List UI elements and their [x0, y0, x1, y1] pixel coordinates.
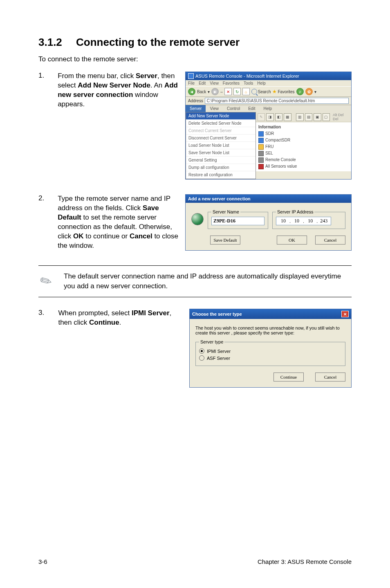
- note-icon: ✎: [34, 269, 57, 294]
- tree-sdr[interactable]: SDR: [265, 130, 274, 137]
- menu-save-server-node-list[interactable]: Save Server Node List: [186, 149, 256, 157]
- app-menu-view[interactable]: View: [206, 105, 223, 112]
- server-name-fieldset: Server Name: [208, 209, 268, 229]
- ip-octet-3[interactable]: [304, 218, 316, 224]
- ie-menubar: FileEditViewFavoritesToolsHelp: [186, 80, 351, 86]
- tree-title: Information: [258, 124, 281, 130]
- radio-asf-label: ASF Server: [207, 356, 230, 361]
- ip-octet-2[interactable]: [291, 218, 303, 224]
- menu-delete-selected-server-node[interactable]: Delete Selected Server Node: [186, 120, 256, 127]
- radio-off-icon: [199, 355, 204, 361]
- app-menu-control[interactable]: Control: [223, 105, 244, 112]
- tree-sel[interactable]: SEL: [265, 150, 273, 157]
- cancel-button[interactable]: Cancel: [315, 373, 345, 382]
- back-label: Back: [197, 90, 206, 94]
- cancel-button[interactable]: Cancel: [315, 236, 345, 245]
- forward-button[interactable]: ►: [211, 88, 219, 95]
- ok-button[interactable]: OK: [277, 236, 307, 245]
- server-menu-dropdown: Add New Server Node Delete Selected Serv…: [186, 112, 256, 179]
- address-label: Address: [188, 99, 203, 103]
- choose-dialog-titlebar: Choose the server type ✕: [190, 309, 351, 319]
- app-toolbar: ✎ ◨ ◧ ▦ ▥ ▤ ▣ ▢ Alt Del Del: [256, 112, 351, 122]
- address-field[interactable]: C:\Program Files\ASUS\ASUS Remote Consol…: [205, 98, 349, 104]
- sel-icon: [258, 151, 264, 156]
- tree-all-sensors[interactable]: All Sensors value: [265, 163, 297, 170]
- ie-toolbar: ◄ Back ▾ ► – ✕ ↻ ⌂ Search ★Favorites ♪ ✿…: [186, 86, 351, 97]
- step3-text: When prompted, select IPMI Server, then …: [58, 309, 177, 328]
- divider: [38, 297, 352, 297]
- menu-general-setting[interactable]: General Setting: [186, 157, 256, 164]
- ie-menu-help[interactable]: Help: [257, 81, 266, 85]
- info-tree: Information SDR CompactSDR FRU SEL Remot…: [256, 122, 351, 171]
- search-button[interactable]: Search: [251, 89, 271, 94]
- history-button[interactable]: ✿: [305, 88, 313, 95]
- menu-load-server-node-list[interactable]: Load Server Node List: [186, 142, 256, 149]
- page-footer: 3-6 Chapter 3: ASUS Remote Console: [38, 558, 352, 565]
- menu-restore-all-configuration[interactable]: Restore all configuration: [186, 171, 256, 179]
- ip-octet-1[interactable]: [277, 218, 289, 224]
- page-number: 3-6: [38, 558, 47, 565]
- close-icon[interactable]: ✕: [341, 311, 349, 317]
- star-icon: ★: [272, 89, 277, 94]
- app-menubar: Server View Control Edit Help: [186, 105, 351, 112]
- ie-menu-view[interactable]: View: [210, 81, 219, 85]
- menu-disconnect-current-server[interactable]: Disconnect Current Server: [186, 135, 256, 142]
- radio-asf-server[interactable]: ASF Server: [199, 355, 342, 361]
- radio-ipmi-server[interactable]: IPMI Server: [199, 348, 342, 354]
- media-button[interactable]: ♪: [296, 88, 304, 95]
- ie-title-text: ASUS Remote Console - Microsoft Internet…: [195, 74, 299, 79]
- app-menu-server[interactable]: Server: [186, 105, 206, 112]
- search-icon: [251, 89, 257, 94]
- app-menu-help[interactable]: Help: [259, 105, 276, 112]
- ie-menu-tools[interactable]: Tools: [244, 81, 253, 85]
- back-button[interactable]: ◄: [188, 88, 195, 95]
- menu-connect-current-server: Connect Current Server: [186, 127, 256, 135]
- radio-on-icon: [199, 348, 204, 354]
- tree-remote-console[interactable]: Remote Console: [265, 157, 296, 163]
- ie-menu-favorites[interactable]: Favorites: [223, 81, 240, 85]
- ip-octet-4[interactable]: [318, 218, 330, 224]
- server-type-legend: Server type: [199, 339, 224, 344]
- tool-icon[interactable]: ▢: [323, 113, 330, 121]
- tool-icon[interactable]: ▣: [314, 113, 321, 121]
- server-name-input[interactable]: [211, 217, 264, 225]
- tree-compactsdr[interactable]: CompactSDR: [265, 137, 290, 144]
- ie-menu-edit[interactable]: Edit: [199, 81, 206, 85]
- tool-icon[interactable]: ◨: [266, 113, 273, 121]
- continue-button[interactable]: Continue: [273, 373, 304, 382]
- step2-number: 2.: [38, 194, 58, 202]
- server-ip-input[interactable]: . . .: [276, 217, 331, 225]
- tool-icon[interactable]: ▦: [284, 113, 291, 121]
- tool-icon[interactable]: ✎: [258, 113, 265, 121]
- menu-dump-all-configuration[interactable]: Dump all configuration: [186, 164, 256, 171]
- add-dialog-title: Add a new server connection: [188, 196, 251, 201]
- add-connection-dialog: Add a new server connection Server Name …: [185, 194, 352, 251]
- compactsdr-icon: [258, 138, 264, 143]
- refresh-button[interactable]: ↻: [233, 88, 241, 95]
- step1-number: 1.: [38, 72, 58, 80]
- choose-server-dialog: Choose the server type ✕ The host you wi…: [189, 309, 352, 388]
- tree-fru[interactable]: FRU: [265, 144, 274, 150]
- app-menu-edit[interactable]: Edit: [244, 105, 259, 112]
- menu-add-new-server-node[interactable]: Add New Server Node: [186, 112, 256, 120]
- tool-icon[interactable]: ▥: [296, 113, 303, 121]
- server-ip-fieldset: Server IP Address . . .: [272, 209, 345, 229]
- step2-text: Type the remote server name and IP addre…: [58, 194, 181, 251]
- choose-dialog-message: The host you wish to connect seems unrea…: [195, 325, 345, 335]
- tool-icon[interactable]: ◧: [275, 113, 282, 121]
- sdr-icon: [258, 131, 264, 137]
- ie-menu-file[interactable]: File: [188, 81, 195, 85]
- ie-titlebar: ASUS Remote Console - Microsoft Internet…: [186, 72, 351, 80]
- favorites-button[interactable]: ★Favorites: [272, 89, 294, 94]
- fru-icon: [258, 144, 264, 150]
- ie-window: ASUS Remote Console - Microsoft Internet…: [185, 72, 352, 180]
- home-button[interactable]: ⌂: [242, 88, 250, 95]
- ie-addressbar: Address C:\Program Files\ASUS\ASUS Remot…: [186, 97, 351, 105]
- section-heading: 3.1.2Connecting to the remote server: [38, 36, 352, 49]
- tool-icon[interactable]: ▤: [305, 113, 312, 121]
- server-type-fieldset: Server type IPMI Server ASF Server: [195, 339, 345, 366]
- stop-button[interactable]: ✕: [224, 88, 232, 95]
- save-default-button[interactable]: Save Default: [210, 236, 240, 245]
- add-dialog-titlebar: Add a new server connection: [186, 195, 351, 203]
- globe-icon: [191, 213, 204, 225]
